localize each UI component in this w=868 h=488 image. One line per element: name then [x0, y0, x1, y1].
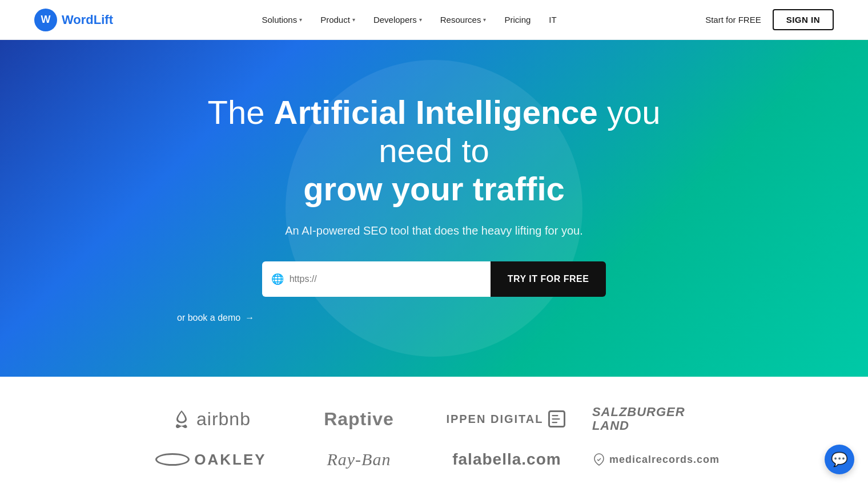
hero-headline: The Artificial Intelligence you need to …: [177, 94, 691, 208]
hero-subtitle: An AI-powered SEO tool that does the hea…: [177, 224, 691, 237]
nav-links: Solutions ▾ Product ▾ Developers ▾ Resou…: [262, 15, 556, 25]
logo-medical: medicalrecords.com: [592, 453, 720, 466]
nav-start-free[interactable]: Start for FREE: [705, 15, 761, 25]
salzburg-label: SALZBURGER LAND: [592, 405, 720, 433]
chevron-down-icon: ▾: [419, 17, 422, 23]
logo-airbnb: airbnb: [171, 409, 251, 430]
airbnb-label: airbnb: [196, 409, 251, 430]
chevron-down-icon: ▾: [483, 17, 486, 23]
url-input-wrap: 🌐: [262, 261, 491, 297]
nav-solutions[interactable]: Solutions ▾: [262, 15, 302, 25]
hero-cta-row: 🌐 TRY IT FOR FREE: [177, 261, 691, 297]
nav-pricing[interactable]: Pricing: [504, 15, 531, 25]
chat-bubble-button[interactable]: 💬: [825, 445, 854, 474]
hero-content: The Artificial Intelligence you need to …: [177, 94, 691, 322]
nav-it[interactable]: IT: [549, 15, 556, 25]
logo[interactable]: W WordLift: [34, 9, 113, 31]
logo-raptive: Raptive: [324, 409, 394, 430]
ippen-label: IPPEN DIGITAL: [446, 413, 543, 426]
globe-icon: 🌐: [271, 273, 284, 285]
raptive-label: Raptive: [324, 409, 394, 430]
oakley-label: OAKLEY: [194, 451, 266, 469]
falabella-label: falabella.com: [452, 450, 561, 469]
logo-falabella: falabella.com: [452, 450, 561, 469]
nav-resources[interactable]: Resources ▾: [440, 15, 487, 25]
logos-section: airbnb Raptive IPPEN DIGITAL SALZBURGER …: [0, 377, 868, 488]
logo-icon: W: [34, 9, 57, 31]
logo-rayban: Ray-Ban: [327, 450, 391, 469]
try-free-button[interactable]: TRY IT FOR FREE: [491, 261, 606, 297]
logo-salzburg: SALZBURGER LAND: [592, 405, 720, 433]
navbar: W WordLift Solutions ▾ Product ▾ Develop…: [0, 0, 868, 40]
oakley-oval-icon: [155, 453, 190, 466]
nav-right: Start for FREE SIGN IN: [705, 9, 834, 30]
book-demo-link[interactable]: or book a demo →: [177, 313, 691, 323]
url-input[interactable]: [290, 274, 481, 284]
logo-oakley: OAKLEY: [155, 451, 266, 469]
logos-grid: airbnb Raptive IPPEN DIGITAL SALZBURGER …: [148, 405, 720, 469]
logo-text: WordLift: [62, 13, 113, 27]
nav-product[interactable]: Product ▾: [320, 15, 355, 25]
signin-button[interactable]: SIGN IN: [773, 9, 834, 30]
nav-developers[interactable]: Developers ▾: [373, 15, 422, 25]
rayban-label: Ray-Ban: [327, 450, 391, 469]
chat-icon: 💬: [831, 451, 848, 467]
logo-ippen: IPPEN DIGITAL: [446, 409, 567, 429]
chevron-down-icon: ▾: [352, 17, 355, 23]
hero-section: The Artificial Intelligence you need to …: [0, 40, 868, 377]
chevron-down-icon: ▾: [299, 17, 302, 23]
medical-label: medicalrecords.com: [609, 454, 720, 466]
arrow-icon: →: [245, 313, 254, 323]
